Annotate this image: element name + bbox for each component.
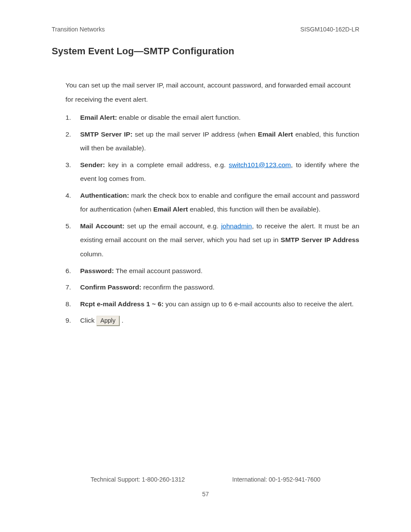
item-bold: Email Alert — [153, 205, 188, 213]
item-label: Password: — [80, 267, 114, 274]
list-item: 5. Mail Account: set up the email accoun… — [65, 219, 359, 261]
list-body: Click Apply . — [80, 314, 359, 328]
list-body: Confirm Password: reconfirm the password… — [80, 280, 359, 295]
list-number: 2. — [65, 128, 80, 156]
list-item: 9. Click Apply . — [65, 314, 359, 328]
list-number: 6. — [65, 264, 80, 278]
apply-button[interactable]: Apply — [97, 316, 120, 327]
list-number: 4. — [65, 189, 80, 217]
list-number: 5. — [65, 219, 80, 261]
item-text: enabled, this function will then be avai… — [188, 205, 321, 213]
header-right: SISGM1040-162D-LR — [300, 26, 359, 33]
page-footer: Technical Support: 1-800-260-1312 Intern… — [0, 476, 411, 498]
item-text: enable or disable the email alert functi… — [117, 114, 241, 121]
list-body: Password: The email account password. — [80, 264, 359, 278]
email-link[interactable]: switch101@123.com — [229, 161, 291, 168]
list-body: Rcpt e-mail Address 1 ~ 6: you can assig… — [80, 297, 359, 311]
item-text: key in a complete email address, e.g. — [105, 161, 229, 168]
list-body: Mail Account: set up the email account, … — [80, 219, 359, 261]
item-label: Email Alert: — [80, 114, 117, 121]
item-text: set up the mail server IP address (when — [133, 131, 258, 138]
item-text: . — [120, 317, 124, 324]
list-number: 9. — [65, 314, 80, 328]
list-number: 7. — [65, 280, 80, 295]
instruction-list: 1. Email Alert: enable or disable the em… — [52, 111, 359, 328]
list-item: 1. Email Alert: enable or disable the em… — [65, 111, 359, 125]
item-label: SMTP Server IP: — [80, 131, 133, 138]
list-number: 3. — [65, 158, 80, 186]
page-header: Transition Networks SISGM1040-162D-LR — [52, 26, 359, 33]
item-text: The email account password. — [114, 267, 202, 274]
footer-contacts: Technical Support: 1-800-260-1312 Intern… — [0, 476, 411, 483]
list-body: Sender: key in a complete email address,… — [80, 158, 359, 186]
page-number: 57 — [0, 491, 411, 498]
item-bold: SMTP Server IP Address — [281, 236, 359, 243]
list-item: 4. Authentication: mark the check box to… — [65, 189, 359, 217]
item-label: Mail Account: — [80, 222, 125, 230]
item-label: Rcpt e-mail Address 1 ~ 6: — [80, 300, 164, 308]
list-body: Email Alert: enable or disable the email… — [80, 111, 359, 125]
item-bold: Email Alert — [258, 131, 293, 138]
list-item: 2. SMTP Server IP: set up the mail serve… — [65, 128, 359, 156]
item-label: Authentication: — [80, 192, 129, 199]
item-text: column. — [80, 250, 103, 258]
list-item: 3. Sender: key in a complete email addre… — [65, 158, 359, 186]
list-item: 6. Password: The email account password. — [65, 264, 359, 278]
item-label: Confirm Password: — [80, 283, 141, 291]
list-body: Authentication: mark the check box to en… — [80, 189, 359, 217]
item-text: set up the email account, e.g. — [125, 222, 221, 230]
document-page: Transition Networks SISGM1040-162D-LR Sy… — [0, 0, 411, 532]
header-left: Transition Networks — [52, 26, 105, 33]
page-title: System Event Log—SMTP Configuration — [52, 46, 359, 57]
list-item: 8. Rcpt e-mail Address 1 ~ 6: you can as… — [65, 297, 359, 311]
tech-support: Technical Support: 1-800-260-1312 — [90, 476, 185, 483]
item-text: Click — [80, 317, 97, 324]
item-text: you can assign up to 6 e-mail accounts a… — [164, 300, 354, 308]
intro-paragraph: You can set up the mail server IP, mail … — [52, 78, 359, 106]
item-text: reconfirm the password. — [141, 283, 215, 291]
item-label: Sender: — [80, 161, 105, 168]
list-item: 7. Confirm Password: reconfirm the passw… — [65, 280, 359, 295]
list-number: 8. — [65, 297, 80, 311]
international: International: 00-1-952-941-7600 — [232, 476, 321, 483]
list-number: 1. — [65, 111, 80, 125]
list-body: SMTP Server IP: set up the mail server I… — [80, 128, 359, 156]
account-link[interactable]: johnadmin — [221, 222, 252, 230]
